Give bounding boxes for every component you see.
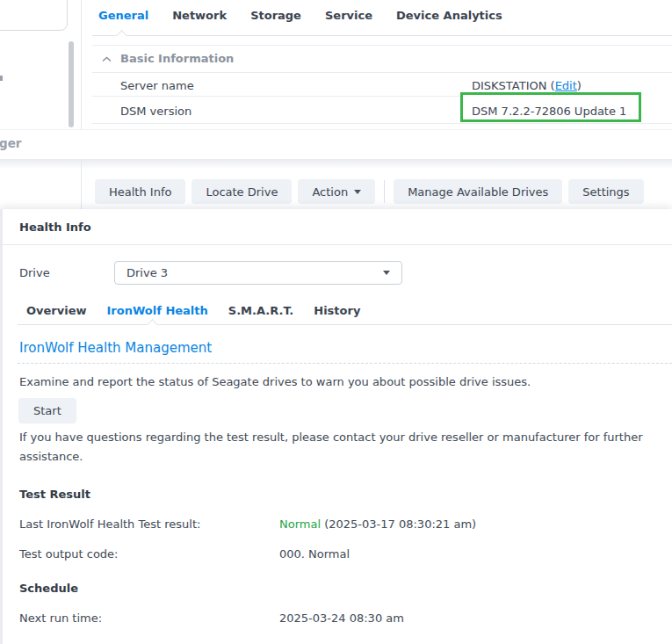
section-heading: IronWolf Health Management: [19, 340, 212, 356]
search-box-partial[interactable]: [0, 0, 68, 31]
last-test-label: Last IronWolf Health Test result:: [19, 517, 200, 531]
tab-history[interactable]: History: [314, 304, 360, 317]
test-result-heading: Test Result: [19, 488, 90, 501]
control-panel-tab-bar: General Network Storage Service Device A…: [98, 9, 502, 22]
tab-network[interactable]: Network: [172, 9, 227, 22]
tab-divider: [92, 35, 672, 36]
cropped-ui-fragment: [0, 76, 3, 81]
scrollbar-thumb[interactable]: [69, 41, 74, 127]
dialog-title: Health Info: [19, 221, 91, 234]
tab-overview[interactable]: Overview: [26, 304, 87, 317]
screen: General Network Storage Service Device A…: [0, 0, 672, 644]
edit-link[interactable]: Edit: [555, 79, 577, 92]
sidebar-divider: [81, 161, 82, 209]
dialog-left-edge: [0, 209, 3, 644]
start-button[interactable]: Start: [18, 398, 76, 423]
server-name-label: Server name: [120, 79, 194, 92]
dashed-divider: [18, 363, 672, 364]
dialog-tab-bar: Overview IronWolf Health S.M.A.R.T. Hist…: [26, 304, 360, 317]
row-divider: [92, 96, 460, 97]
section-title[interactable]: Basic Information: [120, 52, 234, 65]
tab-storage[interactable]: Storage: [250, 9, 301, 22]
next-run-value: 2025-03-24 08:30 am: [279, 611, 404, 625]
drive-select-value: Drive 3: [126, 266, 168, 279]
tab-service[interactable]: Service: [325, 9, 372, 22]
health-info-button[interactable]: Health Info: [95, 179, 185, 204]
manage-available-drives-button[interactable]: Manage Available Drives: [394, 179, 562, 204]
status-normal: Normal: [279, 517, 321, 531]
locate-drive-button[interactable]: Locate Drive: [191, 179, 292, 204]
tab-general[interactable]: General: [98, 9, 148, 22]
dsm-version-label: DSM version: [120, 105, 191, 118]
window-bottom-edge: [0, 129, 672, 130]
storage-toolbar: Health Info Locate Drive Action Manage A…: [95, 179, 644, 204]
note-text-line2: assistance.: [19, 450, 83, 463]
server-name-value: DISKSTATION (Edit): [472, 79, 582, 92]
next-run-label: Next run time:: [19, 611, 102, 625]
toolbar-separator: [384, 180, 385, 203]
tab-ironwolf-health[interactable]: IronWolf Health: [107, 304, 208, 317]
dialog-tab-divider: [18, 324, 672, 325]
drive-select[interactable]: Drive 3: [114, 261, 402, 285]
output-code-label: Test output code:: [19, 547, 118, 561]
caret-down-icon: [354, 190, 361, 194]
row-divider: [92, 123, 672, 124]
tab-smart[interactable]: S.M.A.R.T.: [228, 304, 293, 317]
dsm-version-value: DSM 7.2.2-72806 Update 1: [472, 105, 626, 118]
output-code-value: 000. Normal: [279, 547, 350, 561]
note-text-line1: If you have questions regarding the test…: [19, 431, 643, 444]
section-top-line: [92, 45, 672, 46]
chevron-up-icon[interactable]: [102, 53, 112, 66]
window-top-band: [0, 159, 672, 168]
caret-down-icon: [383, 271, 390, 275]
settings-button[interactable]: Settings: [568, 179, 643, 204]
active-tab-notch: [116, 30, 127, 41]
action-dropdown-button[interactable]: Action: [298, 179, 375, 204]
window-title-fragment: ger: [0, 136, 21, 150]
last-test-timestamp: (2025-03-17 08:30:21 am): [321, 517, 476, 531]
panel-divider: [81, 0, 82, 129]
schedule-heading: Schedule: [19, 582, 78, 595]
tab-device-analytics[interactable]: Device Analytics: [396, 9, 502, 22]
row-divider: [92, 72, 672, 73]
dialog-header-divider: [3, 244, 672, 245]
last-test-value: Normal (2025-03-17 08:30:21 am): [279, 517, 476, 531]
drive-field-label: Drive: [19, 266, 50, 279]
description-text: Examine and report the status of Seagate…: [19, 375, 531, 388]
